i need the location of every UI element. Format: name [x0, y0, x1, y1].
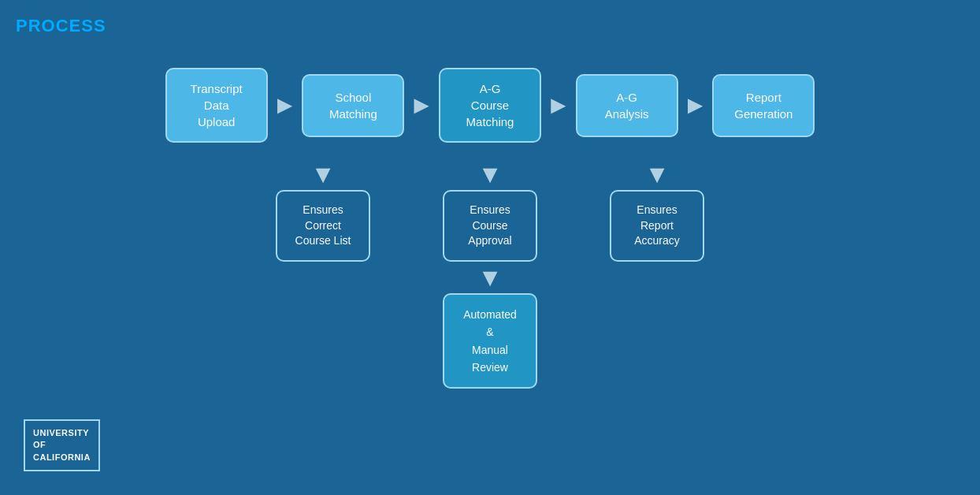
process-title: PROCESS	[16, 16, 964, 36]
arrow-2: ►	[409, 91, 434, 120]
uc-logo: UNIVERSITY OF CALIFORNIA	[24, 419, 100, 471]
ag-course-box: A-GCourseMatching	[439, 68, 541, 143]
ensures-course-list-box: EnsuresCorrectCourse List	[276, 190, 370, 262]
ag-course-label: A-GCourseMatching	[466, 80, 514, 130]
ensures-course-approval-label: EnsuresCourseApproval	[468, 203, 511, 249]
arrow-down-analysis: ▼	[644, 162, 670, 187]
all-rows: TranscriptDataUpload ► SchoolMatching ► …	[16, 60, 964, 389]
ensures-report-accuracy-box: EnsuresReportAccuracy	[610, 190, 704, 262]
top-process-row: TranscriptDataUpload ► SchoolMatching ► …	[165, 68, 815, 143]
auto-review-box: Automated&ManualReview	[443, 293, 537, 389]
main-container: PROCESS TranscriptDataUpload ► SchoolMat…	[0, 0, 980, 495]
arrow-down-course: ▼	[477, 162, 503, 187]
school-matching-label: SchoolMatching	[329, 89, 377, 122]
ag-analysis-box: A-GAnalysis	[576, 74, 678, 137]
ensures-report-accuracy-label: EnsuresReportAccuracy	[634, 203, 680, 249]
arrow-down-auto: ▼	[477, 265, 503, 290]
arrow-3: ►	[546, 91, 571, 120]
arrow-4: ►	[683, 91, 708, 120]
report-gen-label: ReportGeneration	[734, 89, 793, 122]
uc-line3: CALIFORNIA	[33, 452, 91, 463]
auto-review-label: Automated&ManualReview	[463, 306, 517, 377]
transcript-box: TranscriptDataUpload	[165, 68, 268, 143]
transcript-label: TranscriptDataUpload	[191, 80, 243, 130]
arrow-down-school: ▼	[310, 162, 336, 187]
arrow-1: ►	[273, 91, 298, 120]
ensures-course-approval-box: EnsuresCourseApproval	[443, 190, 537, 262]
course-col: ▼ EnsuresCourseApproval ▼ Automated&Manu…	[424, 158, 556, 389]
report-gen-box: ReportGeneration	[712, 74, 815, 137]
analysis-col: ▼ EnsuresReportAccuracy	[591, 158, 723, 262]
mid-row: ▼ EnsuresCorrectCourse List ▼ EnsuresCou…	[110, 158, 870, 389]
school-col: ▼ EnsuresCorrectCourse List	[257, 158, 389, 262]
ag-analysis-label: A-GAnalysis	[605, 89, 649, 122]
uc-line1: UNIVERSITY	[33, 427, 91, 439]
ensures-course-list-label: EnsuresCorrectCourse List	[295, 203, 351, 249]
uc-line2: OF	[33, 439, 91, 451]
school-matching-box: SchoolMatching	[302, 74, 404, 137]
